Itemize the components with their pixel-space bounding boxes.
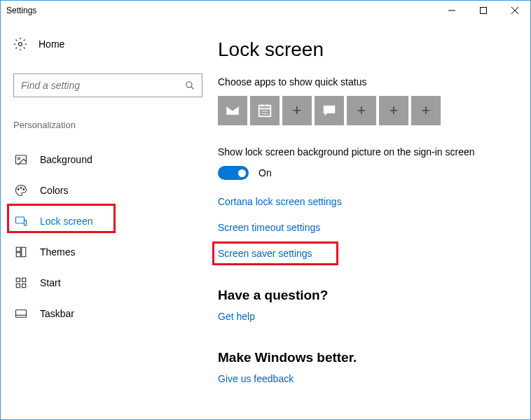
svg-rect-1	[480, 8, 486, 14]
search-icon	[185, 80, 195, 90]
question-heading: Have a question?	[218, 288, 516, 303]
svg-line-6	[191, 87, 194, 90]
svg-point-4	[19, 43, 22, 46]
section-label: Personalization	[13, 120, 218, 130]
plus-icon: +	[422, 102, 431, 120]
timeout-link[interactable]: Screen timeout settings	[218, 222, 320, 233]
tile-add-1[interactable]: +	[282, 96, 312, 125]
tile-add-4[interactable]: +	[411, 96, 441, 125]
tile-add-3[interactable]: +	[379, 96, 408, 125]
svg-point-9	[18, 189, 19, 190]
svg-rect-14	[16, 247, 20, 251]
svg-point-8	[18, 158, 20, 160]
svg-rect-12	[16, 217, 25, 223]
toggle-knob	[238, 169, 246, 177]
sidebar-item-lockscreen[interactable]: Lock screen	[13, 206, 218, 237]
screensaver-link[interactable]: Screen saver settings	[218, 248, 312, 259]
svg-rect-13	[25, 220, 27, 226]
chat-icon	[322, 103, 337, 118]
choose-apps-label: Choose apps to show quick status	[218, 76, 516, 88]
sidebar-item-label: Start	[40, 277, 61, 288]
cortana-link[interactable]: Cortana lock screen settings	[218, 196, 342, 207]
search-input[interactable]	[13, 74, 202, 97]
help-link[interactable]: Get help	[218, 311, 255, 322]
svg-rect-19	[16, 284, 20, 288]
sidebar-item-label: Taskbar	[40, 308, 74, 319]
svg-rect-21	[16, 310, 27, 318]
plus-icon: +	[357, 102, 366, 120]
home-label: Home	[39, 38, 64, 50]
tile-calendar[interactable]	[250, 96, 280, 125]
page-title: Lock screen	[218, 38, 516, 61]
plus-icon: +	[389, 102, 399, 120]
close-button[interactable]	[499, 1, 530, 20]
tile-messaging[interactable]	[315, 96, 344, 125]
show-bg-toggle[interactable]	[218, 166, 249, 180]
window-title: Settings	[6, 6, 36, 15]
feedback-link[interactable]: Give us feedback	[218, 373, 294, 384]
gear-icon	[13, 37, 27, 51]
sidebar-item-label: Background	[40, 154, 92, 165]
quick-status-tiles: + + + +	[218, 96, 516, 125]
sidebar-item-colors[interactable]: Colors	[13, 175, 218, 206]
taskbar-icon	[15, 307, 27, 320]
picture-icon	[15, 153, 27, 166]
svg-point-11	[23, 189, 25, 190]
show-bg-label: Show lock screen background picture on t…	[218, 146, 516, 158]
svg-rect-15	[16, 253, 20, 257]
svg-rect-18	[22, 278, 26, 281]
tile-mail[interactable]	[218, 96, 247, 125]
sidebar-item-themes[interactable]: Themes	[13, 237, 218, 267]
sidebar-item-label: Lock screen	[40, 216, 92, 227]
svg-rect-17	[16, 278, 20, 281]
sidebar-item-label: Colors	[40, 185, 68, 196]
sidebar-item-background[interactable]: Background	[13, 144, 218, 175]
sidebar-item-start[interactable]: Start	[13, 267, 218, 298]
lockscreen-icon	[15, 215, 27, 227]
svg-point-5	[186, 82, 192, 88]
plus-icon: +	[293, 102, 302, 120]
calendar-icon	[257, 103, 273, 118]
home-link[interactable]: Home	[13, 34, 218, 54]
sidebar-item-label: Themes	[40, 246, 76, 258]
svg-point-10	[20, 187, 22, 188]
maximize-button[interactable]	[467, 1, 499, 20]
mail-icon	[225, 103, 240, 118]
better-heading: Make Windows better.	[218, 350, 516, 365]
start-icon	[15, 276, 27, 289]
tile-add-2[interactable]: +	[347, 96, 376, 125]
sidebar-item-taskbar[interactable]: Taskbar	[13, 298, 218, 329]
toggle-state: On	[258, 167, 272, 178]
minimize-button[interactable]	[436, 1, 467, 20]
palette-icon	[15, 184, 27, 197]
svg-rect-20	[22, 284, 26, 288]
svg-rect-16	[22, 247, 26, 257]
themes-icon	[15, 246, 27, 258]
search-field[interactable]	[21, 80, 182, 91]
